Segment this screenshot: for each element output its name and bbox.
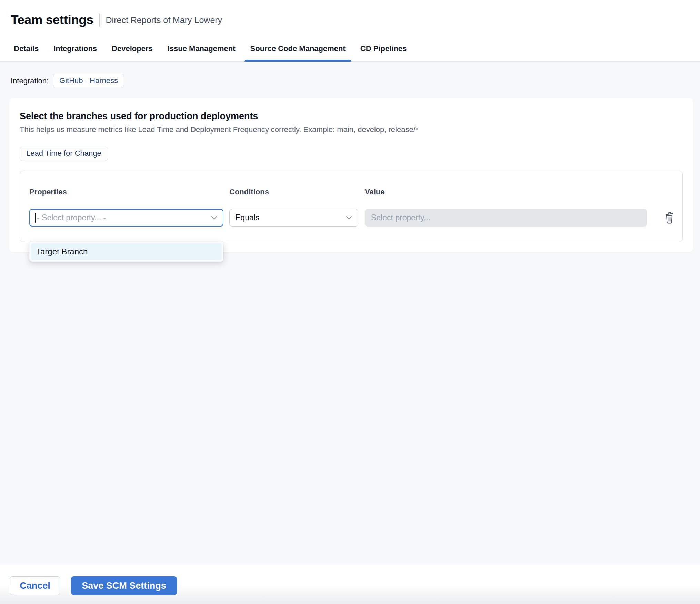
dropdown-option-target-branch[interactable]: Target Branch [31, 243, 222, 260]
text-caret [35, 213, 36, 223]
title-separator [99, 13, 100, 27]
footer-bar: Cancel Save SCM Settings [0, 565, 700, 604]
tab-details[interactable]: Details [8, 37, 44, 61]
property-dropdown-menu: Target Branch [29, 242, 223, 262]
condition-select-value: Equals [235, 213, 259, 222]
page-header: Team settings Direct Reports of Mary Low… [0, 0, 700, 62]
tab-source-code-management[interactable]: Source Code Management [244, 37, 351, 61]
scm-branches-card: Select the branches used for production … [9, 98, 693, 252]
tab-cd-pipelines[interactable]: CD Pipelines [354, 37, 412, 61]
properties-label: Properties [29, 188, 223, 197]
value-input-disabled: Select property... [365, 209, 647, 226]
chevron-down-icon [346, 215, 352, 220]
integration-chip[interactable]: GitHub - Harness [53, 74, 124, 88]
title-row: Team settings Direct Reports of Mary Low… [0, 0, 700, 29]
tab-bar: Details Integrations Developers Issue Ma… [0, 37, 700, 62]
property-select-placeholder: - Select property... - [37, 213, 106, 222]
rule-panel: Properties - Select property... - Target… [20, 171, 683, 242]
condition-select[interactable]: Equals [229, 209, 358, 226]
integration-label: Integration: [11, 77, 49, 85]
integration-row: Integration: GitHub - Harness [11, 74, 693, 88]
tab-integrations[interactable]: Integrations [48, 37, 103, 61]
tab-issue-management[interactable]: Issue Management [162, 37, 241, 61]
cancel-button[interactable]: Cancel [10, 576, 60, 595]
value-label: Value [365, 188, 647, 197]
page-title: Team settings [11, 13, 93, 27]
delete-rule-button[interactable] [662, 209, 677, 226]
card-heading: Select the branches used for production … [20, 111, 683, 122]
property-select[interactable]: - Select property... - [29, 209, 223, 226]
page-subtitle: Direct Reports of Mary Lowery [106, 15, 222, 25]
properties-column: Properties - Select property... - Target… [29, 188, 223, 226]
card-description: This helps us measure metrics like Lead … [20, 125, 683, 134]
conditions-column: Conditions Equals [229, 188, 358, 226]
save-scm-settings-button[interactable]: Save SCM Settings [71, 576, 177, 595]
value-column: Value Select property... [365, 188, 647, 226]
trash-icon [663, 211, 675, 225]
tab-developers[interactable]: Developers [106, 37, 159, 61]
value-input-placeholder: Select property... [371, 213, 430, 222]
main-content: Integration: GitHub - Harness Select the… [0, 74, 700, 252]
chevron-down-icon [211, 215, 218, 220]
metric-tag[interactable]: Lead Time for Change [20, 147, 108, 161]
conditions-label: Conditions [229, 188, 358, 197]
